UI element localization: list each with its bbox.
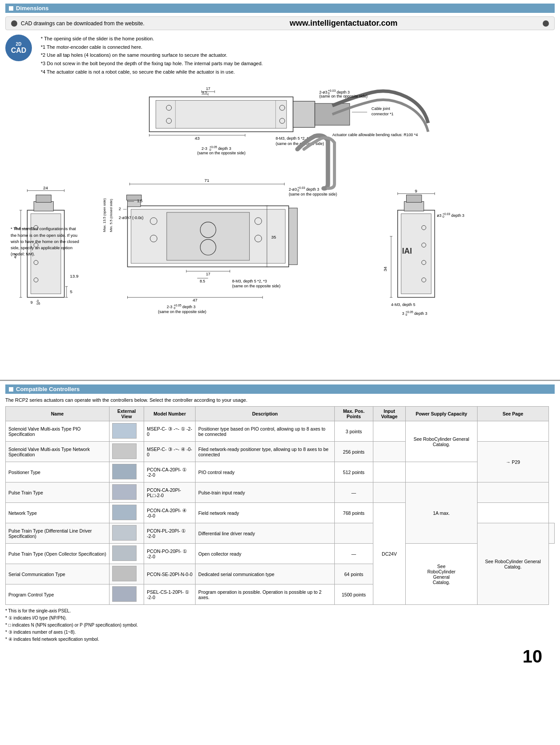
svg-text:13.9: 13.9 (70, 274, 78, 279)
controller-see-page: → P29 (477, 442, 548, 482)
controller-model: PCON-CA-20PI- ① -2-0 (144, 462, 196, 482)
bullet-left (11, 20, 17, 27)
notes-area: 2D CAD * The opening side of the slider … (5, 35, 555, 76)
controller-img-box (112, 464, 137, 479)
controller-model: PCON-PL-20PI- ① -2-0 (144, 523, 196, 544)
svg-text:2-3: 2-3 (202, 147, 208, 151)
svg-text:4-M3, depth 5: 4-M3, depth 5 (391, 303, 415, 307)
controller-max-pos: — (334, 482, 373, 503)
controller-power: 1A max. (406, 482, 477, 544)
controller-voltage (373, 482, 405, 503)
controller-model: PSEL-CS-1-20PI- ① -2-0 (144, 584, 196, 605)
svg-text:Min. 5.5 (closed side): Min. 5.5 (closed side) (109, 199, 113, 232)
controller-model: PCON-PO-20PI- ① -2-0 (144, 544, 196, 564)
controller-name: Solenoid Valve Multi-axis Type Network S… (6, 442, 110, 462)
svg-text:3: 3 (402, 311, 404, 316)
controller-see-page: See RoboCylinder General Catalog. (406, 544, 477, 605)
controller-model: PCON-SE-20PI-N-0-0 (144, 564, 196, 584)
svg-text:17: 17 (206, 272, 210, 277)
svg-text:depth 3: depth 3 (414, 311, 427, 316)
controllers-title: Compatible Controllers (16, 386, 80, 392)
cad-website[interactable]: www.intelligentactuator.com (148, 19, 539, 28)
table-row: Pulse Train Type (Open Collector Specifi… (6, 544, 555, 564)
controller-model: MSEP-C- ③ -~- ① -2-0 (144, 421, 196, 442)
dimensions-title: Dimensions (16, 5, 49, 12)
cad-badge-bottom: CAD (11, 47, 27, 55)
controller-image (109, 442, 144, 462)
controller-img-box (112, 484, 137, 500)
dimensions-section: Dimensions CAD drawings can be downloade… (0, 0, 560, 380)
svg-text:9: 9 (415, 188, 417, 193)
bullet-right (543, 20, 549, 27)
controllers-section: Compatible Controllers The RCP2 series a… (0, 380, 560, 647)
svg-text:8.5: 8.5 (202, 90, 208, 94)
technical-drawing: 17 8.5 43 8-M3, depth 5 *2, *3 (same on … (14, 84, 546, 372)
svg-text:9: 9 (31, 301, 33, 305)
cad-badge[interactable]: 2D CAD (5, 35, 32, 61)
svg-text:8.5: 8.5 (200, 279, 205, 284)
controller-max-pos: 768 points (334, 503, 373, 523)
svg-text:2: 2 (119, 207, 121, 211)
svg-text:(same on the opposite side): (same on the opposite side) (232, 284, 280, 288)
controller-see-page (477, 482, 548, 503)
std-config-note: * The standard configuration is that the… (11, 226, 82, 257)
controller-image (109, 503, 144, 523)
controller-name: Program Control Type (6, 584, 110, 605)
controller-description: Dedicated serial communication type (196, 564, 335, 584)
controller-max-pos (334, 523, 373, 544)
controller-voltage: DC24V (373, 503, 405, 605)
controller-img-box (112, 525, 137, 541)
svg-text:47: 47 (192, 298, 197, 303)
top-view: 17 8.5 43 8-M3, depth 5 *2, *3 (same on … (149, 86, 428, 155)
note-1: * The opening side of the slider is the … (41, 35, 263, 43)
footnote-0: * This is for the single-axis PSEL. (5, 608, 555, 615)
controller-see-page (548, 523, 554, 544)
svg-text:5: 5 (70, 289, 73, 294)
svg-text:connector *1: connector *1 (372, 112, 394, 116)
svg-text:depth 3: depth 3 (182, 305, 196, 310)
svg-text:(same on the opposite side): (same on the opposite side) (319, 94, 368, 99)
page-number: 10 (523, 647, 543, 666)
svg-text:0: 0 (406, 313, 407, 316)
svg-text:2-3: 2-3 (167, 305, 172, 310)
controller-image (109, 482, 144, 503)
controller-voltage (373, 421, 405, 442)
front-view: 1.5 2 2-ø3h7 (-0.0ε) 35 17 8.5 (102, 178, 337, 314)
controller-image (109, 544, 144, 564)
controllers-table: Name External View Model Number Descript… (5, 406, 555, 605)
svg-text:.05: .05 (36, 302, 40, 306)
footnote-2: * □ indicates N (NPN specification) or P… (5, 622, 555, 629)
svg-text:24: 24 (43, 185, 48, 190)
controller-name: Solenoid Valve Multi-axis Type PIO Speci… (6, 421, 110, 442)
right-side-view: 9 ø3 +0.03 0 depth 3 IAI 34 4-M3, depth … (383, 188, 546, 316)
controller-img-box (112, 566, 137, 581)
footnote-4: * ④ indicates field network specificatio… (5, 636, 555, 643)
controller-power: See RoboCylinder General Catalog. (406, 421, 477, 462)
svg-text:(same on the opposite side): (same on the opposite side) (197, 151, 246, 156)
note-5: *4 The actuator cable is not a robot cab… (41, 68, 263, 76)
col-external-view: External View (109, 407, 144, 421)
table-footnotes: * This is for the single-axis PSEL.* ① i… (5, 608, 555, 643)
svg-rect-42 (34, 202, 53, 212)
col-name: Name (6, 407, 110, 421)
controller-max-pos: 64 points (334, 564, 373, 584)
controller-description: PIO control ready (196, 462, 335, 482)
cable-drawing: Actuator cable allowable bending radius:… (298, 133, 418, 188)
controller-see-page (477, 421, 548, 442)
col-model: Model Number (144, 407, 196, 421)
table-row: Positioner TypePCON-CA-20PI- ① -2-0PIO c… (6, 462, 555, 482)
controller-model: PCON-CA-20PI- ④ -0-0 (144, 503, 196, 523)
svg-rect-118 (407, 195, 422, 203)
controller-description: Program operation is possible. Operation… (196, 584, 335, 605)
controller-model: PCON-CA-20PI-PL□-2-0 (144, 482, 196, 503)
controller-image (109, 462, 144, 482)
svg-text:Actuator cable allowable bendi: Actuator cable allowable bending radius:… (332, 133, 418, 137)
col-max-pos: Max. Pos. Points (334, 407, 373, 421)
table-header-row: Name External View Model Number Descript… (6, 407, 555, 421)
controllers-header: Compatible Controllers (5, 384, 555, 394)
controller-name: Pulse Train Type (6, 482, 110, 503)
controller-image (109, 523, 144, 544)
svg-rect-117 (404, 202, 424, 212)
note-2: *1 The motor-encoder cable is connected … (41, 43, 263, 51)
drawing-area: 17 8.5 43 8-M3, depth 5 *2, *3 (same on … (5, 79, 555, 376)
